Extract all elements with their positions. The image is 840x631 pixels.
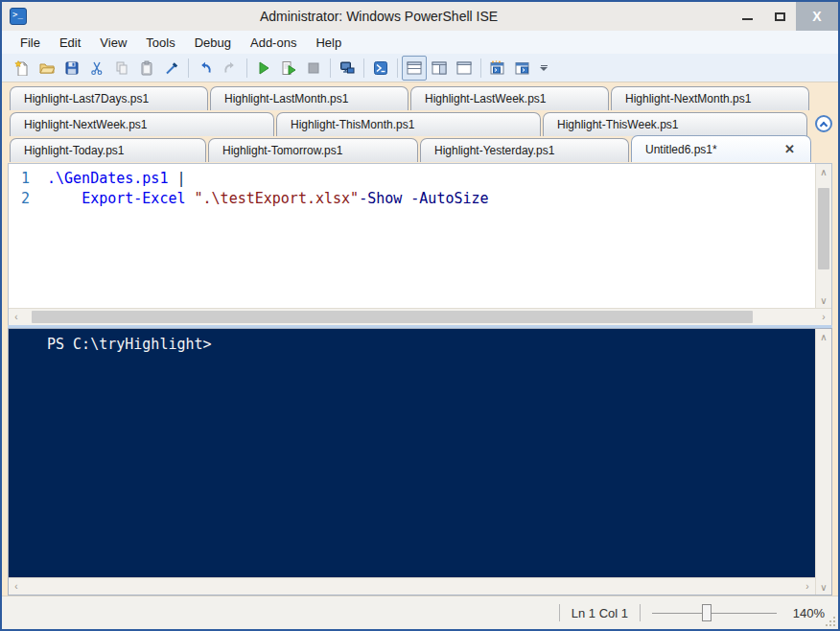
zoom-level: 140%	[788, 606, 825, 620]
powershell-tab-icon	[515, 60, 530, 76]
paste-button[interactable]	[134, 56, 159, 81]
menu-bar: File Edit View Tools Debug Add-ons Help	[2, 31, 838, 54]
toolbar-separator	[363, 58, 364, 78]
zoom-slider[interactable]	[652, 604, 777, 621]
run-script-button[interactable]	[251, 56, 276, 81]
tab-highlight-nextweek[interactable]: Highlight-NextWeek.ps1	[10, 112, 274, 136]
tab-highlight-nextmonth[interactable]: Highlight-NextMonth.ps1	[611, 86, 809, 110]
scroll-left-icon[interactable]: ‹	[9, 312, 24, 322]
toolbar-separator	[397, 58, 398, 78]
toolbar-separator	[330, 58, 331, 78]
new-script-button[interactable]	[10, 56, 35, 81]
code-editor[interactable]: 1.\GenDates.ps1 | 2 Export-Excel ".\test…	[9, 164, 815, 308]
title-bar[interactable]: Administrator: Windows PowerShell ISE X	[2, 2, 838, 31]
zoom-slider-track	[652, 613, 777, 614]
tab-highlight-thismonth[interactable]: Highlight-ThisMonth.ps1	[276, 112, 541, 136]
tab-highlight-today[interactable]: Highlight-Today.ps1	[10, 138, 206, 162]
redo-button[interactable]	[218, 56, 243, 81]
cut-button[interactable]	[84, 56, 109, 81]
tab-highlight-yesterday[interactable]: Highlight-Yesterday.ps1	[420, 138, 629, 162]
clipboard-icon	[139, 60, 154, 76]
toolbar	[2, 54, 838, 82]
editor-vertical-scrollbar[interactable]: ∧ ∨	[815, 164, 831, 308]
tab-highlight-lastweek[interactable]: Highlight-LastWeek.ps1	[410, 86, 609, 110]
script-pane-right-icon	[432, 60, 447, 76]
stop-operation-button[interactable]	[301, 56, 326, 81]
script-pane: 1.\GenDates.ps1 | 2 Export-Excel ".\test…	[8, 163, 832, 325]
minimize-button[interactable]	[731, 2, 763, 31]
code-line-1: 1.\GenDates.ps1 |	[9, 169, 815, 189]
open-folder-icon	[39, 60, 55, 76]
console-horizontal-scrollbar[interactable]: ‹ ›	[9, 577, 815, 595]
tab-highlight-tomorrow[interactable]: Highlight-Tomorrow.ps1	[208, 138, 418, 162]
tab-label: Highlight-NextMonth.ps1	[625, 92, 751, 105]
editor-horizontal-scrollbar[interactable]: ‹ ›	[9, 308, 831, 325]
start-powershell-button[interactable]	[368, 56, 393, 81]
tab-label: Highlight-LastWeek.ps1	[425, 92, 547, 105]
toolbar-separator	[246, 58, 247, 78]
menu-view[interactable]: View	[91, 33, 135, 53]
run-icon	[256, 60, 271, 76]
menu-edit[interactable]: Edit	[51, 33, 89, 53]
clear-console-pane-button[interactable]	[159, 56, 184, 81]
toolbar-separator	[480, 58, 481, 78]
tab-highlight-lastmonth[interactable]: Highlight-LastMonth.ps1	[210, 86, 408, 110]
line-number: 1	[9, 169, 47, 189]
maximize-button[interactable]	[763, 2, 796, 31]
tab-untitled6-active[interactable]: Untitled6.ps1* ✕	[631, 135, 811, 162]
tab-highlight-thisweek[interactable]: Highlight-ThisWeek.ps1	[543, 112, 807, 136]
console-pane: PS C:\tryHighlight> ‹ › ∧ ∨	[8, 328, 832, 596]
window-title: Administrator: Windows PowerShell ISE	[27, 9, 731, 24]
script-pane-maximized-icon	[456, 60, 472, 76]
save-script-button[interactable]	[59, 56, 84, 81]
undo-button[interactable]	[193, 56, 218, 81]
new-remote-powershell-tab-button[interactable]	[335, 56, 360, 81]
menu-help[interactable]: Help	[307, 33, 350, 53]
open-script-button[interactable]	[35, 56, 59, 81]
menu-addons[interactable]: Add-ons	[242, 33, 305, 53]
run-selection-button[interactable]	[276, 56, 301, 81]
scroll-right-icon[interactable]: ›	[816, 312, 831, 322]
tab-label: Highlight-Today.ps1	[24, 144, 125, 157]
scroll-right-icon[interactable]: ›	[800, 581, 815, 592]
console-output[interactable]: PS C:\tryHighlight>	[9, 329, 815, 577]
editor-vscroll-thumb[interactable]	[818, 188, 829, 269]
scroll-up-icon[interactable]: ∧	[816, 329, 831, 344]
cursor-position: Ln 1 Col 1	[572, 606, 628, 620]
new-powershell-tab-button[interactable]	[485, 56, 510, 81]
save-floppy-icon	[64, 60, 80, 76]
close-button[interactable]: X	[796, 2, 838, 31]
tab-highlight-last7days[interactable]: Highlight-Last7Days.ps1	[10, 86, 208, 110]
status-divider	[640, 604, 641, 621]
scroll-down-icon[interactable]: ∨	[816, 292, 831, 308]
tab-close-icon[interactable]: ✕	[782, 142, 797, 156]
menu-tools[interactable]: Tools	[137, 33, 183, 53]
status-divider	[559, 604, 560, 621]
tab-label: Highlight-Last7Days.ps1	[24, 92, 149, 105]
code-line-2: 2 Export-Excel ".\testExport.xlsx"-Show …	[9, 189, 815, 209]
scroll-up-icon[interactable]: ∧	[816, 164, 831, 179]
scroll-down-icon[interactable]: ∨	[816, 579, 831, 595]
toolbar-overflow-button[interactable]	[537, 57, 550, 80]
menu-debug[interactable]: Debug	[186, 33, 240, 53]
new-file-icon	[14, 60, 30, 76]
menu-file[interactable]: File	[12, 33, 49, 53]
show-script-pane-maximized-button[interactable]	[452, 56, 477, 81]
resize-grip[interactable]	[825, 616, 836, 627]
run-selection-icon	[281, 60, 296, 76]
editor-hscroll-thumb[interactable]	[32, 311, 753, 323]
line-number: 2	[9, 189, 47, 209]
undo-icon	[198, 60, 213, 76]
collapse-tabs-button[interactable]	[815, 115, 832, 132]
powershell-console-icon	[373, 60, 388, 76]
scroll-left-icon[interactable]: ‹	[9, 581, 24, 592]
zoom-slider-thumb[interactable]	[702, 604, 712, 621]
copy-button[interactable]	[109, 56, 134, 81]
close-powershell-tab-button[interactable]	[510, 56, 535, 81]
tab-label: Untitled6.ps1*	[645, 143, 717, 156]
console-vertical-scrollbar[interactable]: ∧ ∨	[815, 329, 831, 595]
show-script-pane-top-button[interactable]	[402, 56, 427, 81]
tab-label: Highlight-Yesterday.ps1	[434, 144, 554, 157]
new-powershell-tab-icon	[490, 60, 505, 76]
show-script-pane-right-button[interactable]	[427, 56, 452, 81]
